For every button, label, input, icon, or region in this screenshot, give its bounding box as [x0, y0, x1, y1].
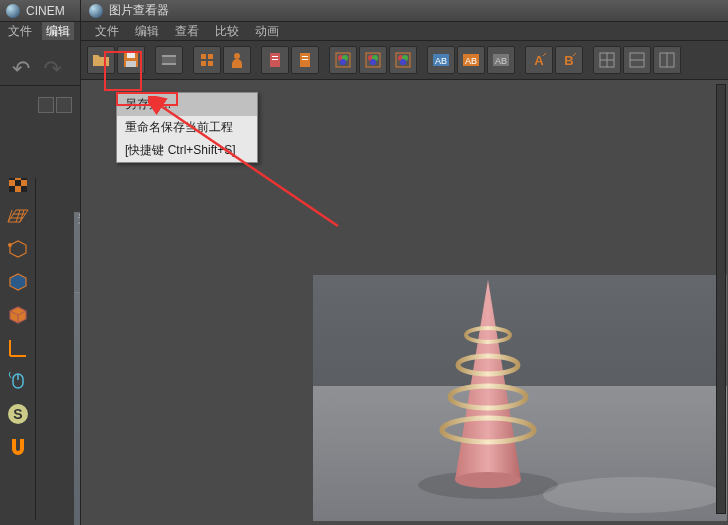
- render-output: [313, 275, 727, 521]
- pv-title-bar: 图片查看器: [81, 0, 728, 22]
- main-menu-bar: 文件 编辑: [0, 22, 80, 40]
- undo-button[interactable]: ↶: [6, 58, 36, 80]
- man-icon[interactable]: [223, 46, 251, 74]
- letter-b-icon[interactable]: B: [555, 46, 583, 74]
- cube-solid-icon[interactable]: [3, 267, 33, 297]
- svg-rect-30: [302, 59, 308, 60]
- svg-text:B: B: [564, 53, 573, 68]
- svg-rect-20: [201, 54, 206, 59]
- svg-point-1: [8, 104, 28, 112]
- grid-1-icon[interactable]: [593, 46, 621, 74]
- main-title: CINEM: [26, 4, 65, 18]
- rgb-square-1-icon[interactable]: [329, 46, 357, 74]
- doc-orange-icon[interactable]: [291, 46, 319, 74]
- grid-2-icon[interactable]: [623, 46, 651, 74]
- svg-point-38: [370, 59, 376, 65]
- pv-title: 图片查看器: [109, 2, 169, 19]
- svg-rect-6: [21, 174, 27, 180]
- open-folder-icon[interactable]: [87, 46, 115, 74]
- svg-point-0: [8, 98, 28, 118]
- svg-point-9: [8, 243, 12, 247]
- pv-toolbar: AB AB AB A B: [81, 40, 728, 80]
- pv-menu-bar: 文件 编辑 查看 比较 动画: [81, 22, 728, 40]
- svg-text:A: A: [534, 53, 544, 68]
- pv-menu-anim[interactable]: 动画: [255, 23, 279, 40]
- svg-rect-7: [9, 186, 15, 192]
- svg-rect-16: [126, 61, 136, 67]
- mini-icon-1[interactable]: [38, 97, 54, 113]
- svg-rect-23: [208, 61, 213, 66]
- svg-point-61: [455, 472, 521, 488]
- main-toolbar: ↶ ↶: [0, 52, 80, 86]
- magnet-icon[interactable]: [3, 432, 33, 462]
- dropdown-shortcut: [快捷键 Ctrl+Shift+S]: [117, 139, 257, 162]
- cube-orange-icon[interactable]: [3, 300, 33, 330]
- rgb-square-2-icon[interactable]: [359, 46, 387, 74]
- sidebar-modes: 透视: [36, 90, 76, 520]
- svg-point-24: [234, 53, 240, 59]
- pv-menu-edit[interactable]: 编辑: [135, 23, 159, 40]
- svg-point-42: [400, 59, 406, 65]
- menu-file[interactable]: 文件: [8, 23, 32, 40]
- svg-rect-18: [162, 55, 176, 57]
- pv-menu-file[interactable]: 文件: [95, 23, 119, 40]
- cube-edge-icon[interactable]: [3, 234, 33, 264]
- pv-menu-compare[interactable]: 比较: [215, 23, 239, 40]
- svg-point-59: [543, 477, 723, 513]
- svg-text:S: S: [13, 406, 22, 422]
- stack-icon[interactable]: [193, 46, 221, 74]
- svg-rect-29: [302, 56, 308, 57]
- svg-point-2: [14, 98, 22, 118]
- save-dropdown: 另存为... 重命名保存当前工程 [快捷键 Ctrl+Shift+S]: [116, 92, 258, 163]
- globe-icon[interactable]: [3, 93, 33, 123]
- svg-rect-8: [21, 186, 27, 192]
- save-icon[interactable]: [117, 46, 145, 74]
- picture-viewer-window: 图片查看器 文件 编辑 查看 比较 动画 AB AB: [80, 0, 728, 525]
- pv-scrollbar[interactable]: [716, 84, 726, 514]
- svg-text:AB: AB: [495, 56, 507, 66]
- letter-a-icon[interactable]: A: [525, 46, 553, 74]
- svg-rect-5: [15, 180, 21, 186]
- menu-edit[interactable]: 编辑: [42, 22, 74, 40]
- svg-rect-26: [272, 56, 278, 57]
- app-icon: [6, 4, 20, 18]
- svg-rect-22: [201, 61, 206, 66]
- svg-rect-21: [208, 54, 213, 59]
- pv-menu-view[interactable]: 查看: [175, 23, 199, 40]
- sidebar-tools: S: [0, 90, 36, 520]
- axes-icon[interactable]: [3, 333, 33, 363]
- doc-icon[interactable]: [261, 46, 289, 74]
- cube-icon[interactable]: [3, 135, 33, 165]
- grid-plane-icon[interactable]: [3, 201, 33, 231]
- grid-3-icon[interactable]: [653, 46, 681, 74]
- ab-blue-icon[interactable]: AB: [427, 46, 455, 74]
- svg-text:AB: AB: [435, 56, 447, 66]
- redo-button[interactable]: ↶: [38, 58, 68, 80]
- svg-point-34: [340, 59, 346, 65]
- pv-app-icon: [89, 4, 103, 18]
- svg-rect-27: [272, 59, 278, 60]
- s-sphere-icon[interactable]: S: [3, 399, 33, 429]
- svg-rect-19: [162, 63, 176, 65]
- main-title-bar: CINEM: [0, 0, 80, 22]
- dropdown-rename-save[interactable]: 重命名保存当前工程: [117, 116, 257, 139]
- mini-icon-2[interactable]: [56, 97, 72, 113]
- svg-rect-15: [127, 53, 135, 58]
- mouse-icon[interactable]: [3, 366, 33, 396]
- checker-icon[interactable]: [3, 168, 33, 198]
- rgb-square-3-icon[interactable]: [389, 46, 417, 74]
- ab-orange-icon[interactable]: AB: [457, 46, 485, 74]
- dropdown-save-as[interactable]: 另存为...: [117, 93, 257, 116]
- svg-text:AB: AB: [465, 56, 477, 66]
- ab-gray-icon[interactable]: AB: [487, 46, 515, 74]
- filmstrip-icon[interactable]: [155, 46, 183, 74]
- svg-rect-4: [9, 174, 15, 180]
